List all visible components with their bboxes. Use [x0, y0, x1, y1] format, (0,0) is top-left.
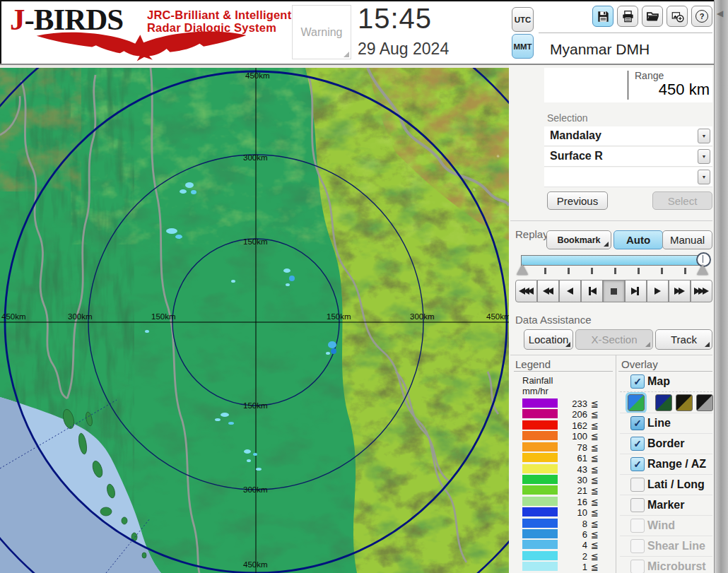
- ring-label: 150km: [327, 312, 351, 321]
- legend-swatch: [522, 398, 558, 408]
- fast-rewind-button[interactable]: [515, 280, 537, 302]
- leq-symbol: ≦: [591, 420, 599, 431]
- location-button[interactable]: Location: [524, 329, 573, 350]
- slider-tick: [684, 268, 686, 274]
- collapse-panel-icon[interactable]: ◀: [717, 8, 723, 18]
- check-icon: ✓: [633, 418, 642, 429]
- ring-label: 150km: [151, 312, 176, 321]
- extra-dropdown-arrow[interactable]: ▼: [698, 170, 710, 184]
- bookmark-button[interactable]: Bookmark: [546, 230, 611, 249]
- stop-button[interactable]: [603, 280, 625, 302]
- legend-swatch: [522, 453, 558, 462]
- line-checkbox[interactable]: ✓: [630, 416, 645, 430]
- legend-swatch: [522, 562, 558, 571]
- fast-forward-button[interactable]: [669, 280, 691, 302]
- manual-button[interactable]: Manual: [662, 230, 712, 249]
- slider-tick: [638, 268, 640, 274]
- slider-tick: [591, 268, 593, 274]
- range-az-overlay-label: Range / AZ: [647, 458, 706, 471]
- step-back-button[interactable]: [581, 280, 603, 302]
- map-style-swatch-2[interactable]: [655, 394, 672, 411]
- legend-swatch: [522, 409, 558, 418]
- slider-tick: [568, 268, 570, 274]
- fastest-forward-button[interactable]: [691, 280, 712, 302]
- corner-arrow-icon: [604, 242, 609, 247]
- legend-swatch: [522, 485, 558, 495]
- legend-swatch: [522, 497, 558, 506]
- window-top-edge: [0, 0, 714, 1]
- auto-button[interactable]: Auto: [613, 230, 663, 249]
- mmt-button[interactable]: MMT: [512, 34, 534, 59]
- ring-label: 450km: [486, 312, 509, 321]
- section-divider: [510, 220, 712, 221]
- product-dropdown-arrow[interactable]: ▼: [698, 149, 710, 164]
- ring-label: 300km: [243, 153, 268, 162]
- legend-value: 78: [562, 442, 587, 453]
- utc-button[interactable]: UTC: [512, 7, 534, 32]
- leq-symbol: ≦: [591, 398, 599, 409]
- microburst-checkbox: ✓: [630, 560, 645, 573]
- slider-start-marker[interactable]: [517, 264, 528, 275]
- leq-symbol: ≦: [591, 540, 599, 550]
- legend-swatch: [522, 540, 558, 549]
- radar-map[interactable]: 450km 300km 150km 150km 300km 450km 450k…: [0, 68, 509, 573]
- step-forward-button[interactable]: [625, 280, 647, 302]
- add-image-button[interactable]: [667, 6, 688, 27]
- marker-checkbox[interactable]: ✓: [630, 498, 645, 512]
- open-folder-button[interactable]: [642, 6, 663, 27]
- replay-label: Replay: [515, 228, 548, 240]
- map-style-swatch-3[interactable]: [676, 394, 693, 411]
- print-icon: [621, 10, 635, 23]
- product-dropdown[interactable]: Surface R ▼: [544, 147, 712, 167]
- bookmark-label: Bookmark: [557, 235, 600, 245]
- play-button[interactable]: [647, 280, 669, 302]
- slider-end-marker[interactable]: [697, 264, 708, 275]
- x-section-label: X-Section: [591, 333, 637, 345]
- site-dropdown-arrow[interactable]: ▼: [698, 129, 710, 143]
- resize-grip-icon: [344, 52, 349, 57]
- leq-symbol: ≦: [591, 442, 599, 453]
- extra-dropdown[interactable]: ▼: [544, 167, 712, 187]
- overlay-divider: [620, 474, 712, 475]
- ring-label: 300km: [68, 312, 93, 321]
- track-label: Track: [671, 333, 697, 345]
- legend-value: 8: [562, 519, 587, 529]
- leq-symbol: ≦: [591, 453, 599, 463]
- legend-value: 21: [562, 485, 587, 496]
- legend-unit-1: Rainfall: [522, 375, 553, 386]
- range-az-checkbox[interactable]: ✓: [630, 457, 645, 471]
- check-icon: ✓: [633, 438, 642, 449]
- legend-swatch: [522, 475, 558, 484]
- leq-symbol: ≦: [591, 497, 599, 507]
- lati-long-checkbox[interactable]: ✓: [630, 478, 645, 492]
- print-button[interactable]: [617, 6, 638, 27]
- play-reverse-button[interactable]: [559, 280, 581, 302]
- corner-arrow-icon: [645, 342, 650, 347]
- replay-slider-track[interactable]: [521, 255, 703, 266]
- column-divider: [616, 355, 616, 573]
- legend-unit-2: mm/hr: [522, 386, 548, 396]
- save-button[interactable]: [592, 6, 613, 27]
- legend-swatch: [522, 551, 558, 560]
- map-style-swatch-4[interactable]: [696, 394, 713, 411]
- slider-tick: [544, 268, 546, 274]
- warning-button[interactable]: Warning: [292, 5, 351, 59]
- chevron-down-icon: ▼: [702, 134, 707, 138]
- slider-tick: [661, 268, 663, 274]
- previous-button[interactable]: Previous: [547, 191, 608, 210]
- chevron-down-icon: ▼: [702, 175, 707, 179]
- map-checkbox[interactable]: ✓: [630, 374, 645, 389]
- legend-value: 1: [562, 562, 587, 572]
- site-dropdown[interactable]: Mandalay ▼: [544, 126, 712, 146]
- track-button[interactable]: Track: [655, 329, 712, 350]
- save-icon: [597, 10, 610, 23]
- border-checkbox[interactable]: ✓: [630, 437, 645, 451]
- rewind-button[interactable]: [537, 280, 559, 302]
- range-box: Range 450 km: [544, 68, 712, 102]
- map-style-swatch-1[interactable]: [628, 394, 645, 411]
- help-button[interactable]: ?: [691, 6, 712, 27]
- shear-line-checkbox: ✓: [630, 539, 645, 553]
- legend-swatch: [522, 420, 558, 430]
- overlay-divider: [620, 556, 712, 557]
- section-divider: [510, 355, 712, 355]
